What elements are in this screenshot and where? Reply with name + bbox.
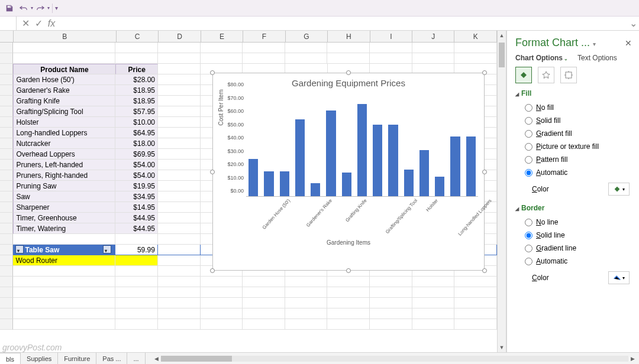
sheet-tab[interactable]: Furniture	[58, 353, 96, 364]
col-header[interactable]: E	[201, 31, 243, 42]
formula-input[interactable]	[60, 17, 627, 30]
cell-name[interactable]: Pruners, Left-handed	[13, 160, 115, 170]
sheet-tab-more[interactable]: ...	[127, 353, 145, 364]
resize-handle[interactable]	[346, 70, 351, 75]
undo-icon[interactable]	[18, 2, 30, 14]
cell-name[interactable]: Holster	[13, 117, 115, 128]
effects-icon[interactable]	[538, 67, 554, 83]
cell-price[interactable]: $54.00	[115, 170, 158, 181]
cell-name[interactable]: Nutcracker	[13, 138, 115, 149]
chart-bar[interactable]	[264, 171, 273, 196]
size-properties-icon[interactable]	[560, 67, 577, 83]
tab-chart-options[interactable]: Chart Options⌄	[515, 54, 568, 62]
resize-handle[interactable]	[346, 268, 351, 273]
resize-handle[interactable]	[210, 70, 215, 75]
chart-bar[interactable]	[280, 171, 289, 196]
cell-price[interactable]: $18.00	[115, 138, 158, 149]
cell-name[interactable]: Saw	[13, 191, 115, 202]
cell-price[interactable]: $44.95	[115, 223, 158, 234]
spreadsheet-grid[interactable]: B C D E F G H I J K Product Name Price G…	[0, 31, 497, 352]
cell-price[interactable]: $54.00	[115, 160, 158, 170]
col-header[interactable]: K	[454, 31, 496, 42]
name-box[interactable]	[0, 17, 17, 30]
cell-price[interactable]: $44.95	[115, 213, 158, 223]
chart-bar[interactable]	[311, 183, 320, 196]
cell-name[interactable]: Overhead Loppers	[13, 149, 115, 160]
col-header[interactable]: C	[117, 31, 159, 42]
horizontal-scrollbar[interactable]: ◀ ▶	[153, 356, 637, 362]
redo-icon[interactable]	[34, 2, 46, 14]
scroll-right-icon[interactable]: ▶	[628, 356, 637, 362]
filter-dropdown-icon[interactable]	[15, 245, 24, 254]
sheet-tab[interactable]: bls	[0, 353, 21, 364]
scrollbar-thumb[interactable]	[161, 356, 232, 362]
resize-handle[interactable]	[210, 268, 215, 273]
cell-name[interactable]: Timer, Greenhouse	[13, 213, 115, 223]
col-header[interactable]: I	[370, 31, 412, 42]
cell-price[interactable]: $64.95	[115, 128, 158, 138]
cell-name[interactable]: Pruners, Right-handed	[13, 170, 115, 181]
cancel-formula-icon[interactable]: ✕	[21, 18, 30, 29]
col-header[interactable]: H	[328, 31, 370, 42]
resize-handle[interactable]	[210, 170, 215, 174]
expand-formula-bar-icon[interactable]: ⌄	[627, 18, 639, 29]
col-header[interactable]: G	[286, 31, 328, 42]
cell-price[interactable]: $57.95	[115, 106, 158, 117]
chart-bar[interactable]	[450, 136, 460, 196]
tab-text-options[interactable]: Text Options	[577, 54, 617, 62]
undo-dropdown[interactable]: ▾	[31, 5, 33, 11]
scroll-up-icon[interactable]: ▲	[498, 31, 506, 40]
cell-name[interactable]: Grafting Knife	[13, 96, 115, 106]
radio-gradient-line[interactable]: Gradient line	[515, 242, 637, 255]
chart-bar[interactable]	[373, 125, 382, 196]
chart-title[interactable]: Gardening Equipment Prices	[213, 73, 484, 90]
resize-handle[interactable]	[482, 268, 487, 273]
fx-icon[interactable]: fx	[47, 18, 56, 29]
col-header[interactable]: B	[14, 31, 117, 42]
cell-price[interactable]: $69.95	[115, 149, 158, 160]
cell-name[interactable]: Sharpener	[13, 202, 115, 213]
border-color-button[interactable]: ▾	[608, 271, 630, 284]
radio-gradient-fill[interactable]: Gradient fill	[515, 127, 637, 140]
resize-handle[interactable]	[482, 170, 487, 174]
cell-name[interactable]: Long-handled Loppers	[13, 128, 115, 138]
radio-solid-line[interactable]: Solid line	[515, 229, 637, 242]
chart-bar[interactable]	[342, 173, 351, 196]
chart-bar[interactable]	[435, 177, 444, 196]
cell-name[interactable]: Pruning Saw	[13, 181, 115, 191]
chart-bar[interactable]	[466, 136, 476, 196]
filter-dropdown-icon[interactable]	[103, 245, 111, 254]
col-header[interactable]: J	[412, 31, 454, 42]
radio-solid-fill[interactable]: Solid fill	[515, 114, 637, 127]
y-axis-label[interactable]: Cost Per Item	[218, 89, 224, 125]
cell-price[interactable]: $34.95	[115, 191, 158, 202]
cell-name[interactable]: Timer, Watering	[13, 223, 115, 234]
sheet-tab[interactable]: Supplies	[21, 353, 58, 364]
radio-pattern-fill[interactable]: Pattern fill	[515, 153, 637, 166]
cell-price[interactable]: $14.95	[115, 202, 158, 213]
chart-bar[interactable]	[248, 159, 258, 196]
radio-no-fill[interactable]: No fill	[515, 101, 637, 114]
accept-formula-icon[interactable]: ✓	[34, 18, 43, 29]
cell-price[interactable]: $18.95	[115, 85, 158, 96]
vertical-scrollbar[interactable]: ▲ ▼	[497, 31, 506, 352]
scroll-left-icon[interactable]: ◀	[153, 356, 161, 362]
chart-bar[interactable]	[357, 104, 367, 197]
col-header[interactable]: F	[243, 31, 285, 42]
radio-automatic[interactable]: Automatic	[515, 255, 637, 268]
x-axis-label[interactable]: Gardening Items	[213, 239, 484, 246]
fill-line-icon[interactable]	[515, 67, 532, 83]
cell-price[interactable]: $19.95	[115, 181, 158, 191]
cell-price[interactable]: $18.95	[115, 96, 158, 106]
chart-bar[interactable]	[404, 170, 414, 196]
col-header[interactable]: D	[159, 31, 201, 42]
save-icon[interactable]	[4, 2, 15, 14]
chart-bar[interactable]	[419, 150, 429, 196]
qat-customize[interactable]: ▾	[55, 5, 58, 11]
resize-handle[interactable]	[482, 70, 487, 75]
chart-bar[interactable]	[326, 110, 335, 196]
cell-name[interactable]: Grafting/Splicing Tool	[13, 106, 115, 117]
cell-name[interactable]: Gardener's Rake	[13, 85, 115, 96]
embedded-chart[interactable]: Gardening Equipment Prices Cost Per Item…	[212, 73, 485, 271]
fill-color-button[interactable]: ▾	[608, 183, 630, 196]
